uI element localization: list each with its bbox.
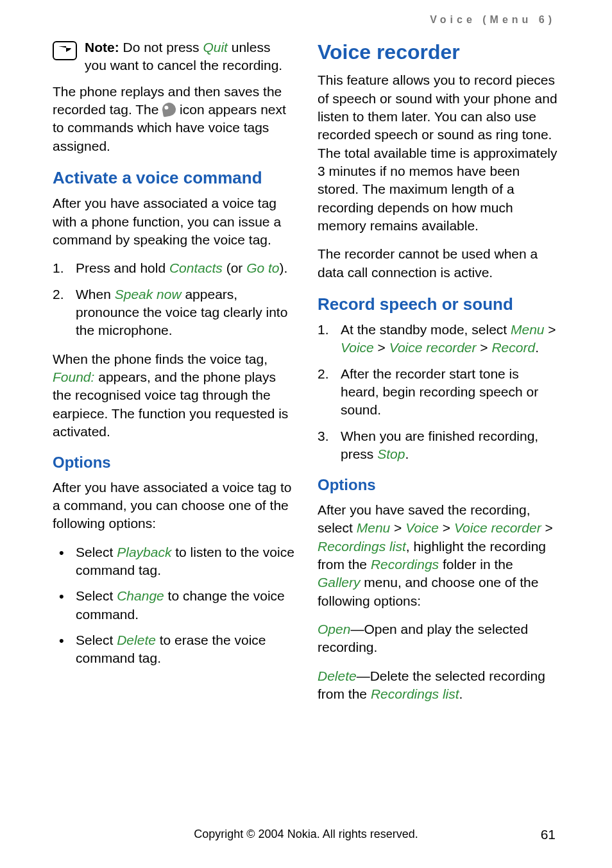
def-open: Open—Open and play the selected recordin… <box>318 620 559 657</box>
note-row: Note: Do not press Quit unless you want … <box>53 38 294 75</box>
step-num: 3. <box>318 427 329 445</box>
voice-tag-icon <box>162 101 177 117</box>
heading-voice-recorder: Voice recorder <box>318 38 559 66</box>
options-bullets-left: Select Playback to listen to the voice c… <box>53 543 294 668</box>
ui-delete-def: Delete <box>318 668 357 683</box>
para-options-intro-right: After you have saved the recording, sele… <box>318 501 559 610</box>
ui-gallery: Gallery <box>318 575 361 590</box>
right-column: Voice recorder This feature allows you t… <box>318 38 559 713</box>
record-step-3: 3. When you are finished recording, pres… <box>318 427 559 464</box>
ui-contacts: Contacts <box>169 260 223 275</box>
step-text-b: (or <box>223 260 246 275</box>
option-change: Select Change to change the voice comman… <box>53 587 294 624</box>
option-playback: Select Playback to listen to the voice c… <box>53 543 294 580</box>
page: Voice (Menu 6) Note: Do not press Quit u… <box>0 0 612 713</box>
ui-playback: Playback <box>117 545 171 559</box>
para-vr-data-call: The recorder cannot be used when a data … <box>318 245 559 282</box>
heading-options-right: Options <box>318 475 559 495</box>
ui-menu: Menu <box>511 322 545 337</box>
activate-steps: 1. Press and hold Contacts (or Go to). 2… <box>53 259 294 339</box>
def-delete-desc-b: . <box>459 686 463 701</box>
ui-speak-now: Speak now <box>115 287 182 302</box>
option-delete: Select Delete to erase the voice command… <box>53 631 294 668</box>
page-number: 61 <box>541 827 556 842</box>
opt-a: Select <box>76 588 117 603</box>
ui-voice: Voice <box>341 340 374 355</box>
step-end: . <box>535 340 539 355</box>
heading-record: Record speech or sound <box>318 293 559 316</box>
ui-found: Found: <box>53 370 94 384</box>
ui-stop: Stop <box>377 447 405 461</box>
running-header: Voice (Menu 6) <box>53 14 559 26</box>
note-part-a: Do not press <box>119 40 203 55</box>
activate-step-2: 2. When Speak now appears, pronounce the… <box>53 285 294 340</box>
ui-recordings-list: Recordings list <box>318 539 406 554</box>
left-column: Note: Do not press Quit unless you want … <box>53 38 294 713</box>
ui-change: Change <box>117 588 164 603</box>
footer: Copyright © 2004 Nokia. All rights reser… <box>0 828 612 841</box>
ui-recordings: Recordings <box>371 557 439 572</box>
p3-c: folder in the <box>439 557 513 572</box>
step-text: After the recorder start tone is heard, … <box>341 366 538 418</box>
note-label: Note: <box>85 40 119 55</box>
step-num: 2. <box>53 285 64 303</box>
step-text-a: Press and hold <box>76 260 169 275</box>
ui-recordings-list-2: Recordings list <box>371 686 459 701</box>
ui-record: Record <box>491 340 535 355</box>
def-delete: Delete—Delete the selected recording fro… <box>318 667 559 704</box>
columns: Note: Do not press Quit unless you want … <box>53 38 559 713</box>
para-options-intro-left: After you have associated a voice tag to… <box>53 479 294 533</box>
ui-open: Open <box>318 622 350 636</box>
opt-a: Select <box>76 633 117 647</box>
ui-goto: Go to <box>246 260 279 275</box>
record-step-1: 1. At the standby mode, select Menu > Vo… <box>318 321 559 357</box>
copyright: Copyright © 2004 Nokia. All rights reser… <box>194 828 418 841</box>
ui-voice: Voice <box>405 520 439 535</box>
ui-quit: Quit <box>203 40 228 55</box>
step-num: 2. <box>318 365 329 383</box>
step-text-a: At the standby mode, select <box>341 322 511 337</box>
step-text-a: When you are finished recording, press <box>341 429 538 461</box>
ui-voice-recorder: Voice recorder <box>389 340 477 355</box>
note-icon <box>53 41 77 60</box>
heading-options-left: Options <box>53 452 294 473</box>
note-text: Note: Do not press Quit unless you want … <box>85 38 294 75</box>
activate-step-1: 1. Press and hold Contacts (or Go to). <box>53 259 294 277</box>
step-num: 1. <box>53 259 64 277</box>
para-replay: The phone replays and then saves the rec… <box>53 83 294 155</box>
step-text-c: ). <box>280 260 288 275</box>
step-text-a: When <box>76 287 115 302</box>
ui-delete: Delete <box>117 633 156 647</box>
para-found: When the phone finds the voice tag, Foun… <box>53 350 294 441</box>
opt-a: Select <box>76 545 117 559</box>
ui-menu: Menu <box>357 520 391 535</box>
step-text-b: . <box>405 447 409 461</box>
heading-activate: Activate a voice command <box>53 167 294 189</box>
para-found-a: When the phone finds the voice tag, <box>53 352 268 366</box>
ui-voice-recorder: Voice recorder <box>454 520 541 535</box>
para-vr-intro: This feature allows you to record pieces… <box>318 71 559 235</box>
step-num: 1. <box>318 321 329 339</box>
para-activate-intro: After you have associated a voice tag wi… <box>53 194 294 249</box>
record-steps: 1. At the standby mode, select Menu > Vo… <box>318 321 559 463</box>
record-step-2: 2. After the recorder start tone is hear… <box>318 365 559 420</box>
